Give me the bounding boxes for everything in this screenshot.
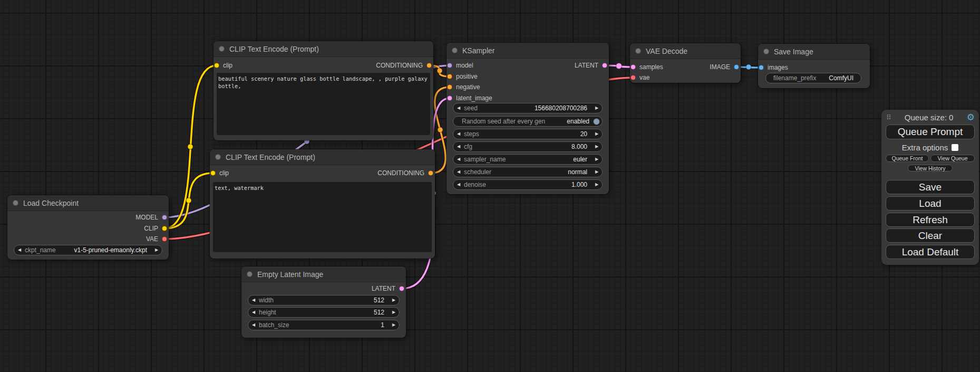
toggle-dot[interactable] bbox=[593, 118, 600, 125]
node-save-image[interactable]: Save Image images filename_prefix ComfyU… bbox=[758, 44, 870, 88]
decrement-arrow-icon[interactable]: ◀ bbox=[453, 103, 464, 113]
port-label: negative bbox=[456, 83, 480, 91]
port-dot-latent-image[interactable] bbox=[447, 96, 452, 101]
link-center-dot-latent-samples[interactable] bbox=[616, 63, 622, 69]
node-clip-text-encode-positive[interactable]: CLIP Text Encode (Prompt) clip CONDITION… bbox=[214, 41, 433, 140]
node-collapse-dot[interactable] bbox=[635, 48, 641, 54]
widget-label: denoise bbox=[464, 181, 486, 188]
view-history-button[interactable]: View History bbox=[908, 165, 953, 171]
increment-arrow-icon[interactable]: ▶ bbox=[389, 307, 399, 318]
node-clip-text-encode-negative[interactable]: CLIP Text Encode (Prompt) clip CONDITION… bbox=[210, 149, 435, 259]
widget-random-seed-toggle[interactable]: Random seed after every gen enabled bbox=[453, 116, 603, 127]
port-dot-latent[interactable] bbox=[399, 286, 404, 291]
port-dot-images[interactable] bbox=[759, 65, 764, 70]
node-collapse-dot[interactable] bbox=[215, 154, 221, 160]
decrement-arrow-icon[interactable]: ◀ bbox=[14, 245, 25, 255]
decrement-arrow-icon[interactable]: ◀ bbox=[453, 141, 464, 152]
node-empty-latent-image[interactable]: Empty Latent Image LATENT ◀ width 512 ▶ … bbox=[241, 266, 406, 338]
link-center-dot-cond-negative[interactable] bbox=[438, 127, 443, 132]
port-dot-negative[interactable] bbox=[447, 84, 452, 90]
queue-front-button[interactable]: Queue Front bbox=[886, 155, 929, 162]
port-dot-samples[interactable] bbox=[630, 64, 636, 70]
node-title-bar[interactable]: KSampler bbox=[447, 43, 609, 59]
node-title-bar[interactable]: Load Checkpoint bbox=[7, 195, 169, 211]
port-dot-conditioning[interactable] bbox=[426, 63, 432, 68]
port-dot-image[interactable] bbox=[734, 64, 739, 70]
node-load-checkpoint[interactable]: Load Checkpoint MODEL CLIP VAE ◀ ckpt_na… bbox=[7, 195, 169, 260]
node-collapse-dot[interactable] bbox=[219, 46, 225, 52]
widget-denoise[interactable]: ◀ denoise 1.000 ▶ bbox=[453, 179, 603, 190]
decrement-arrow-icon[interactable]: ◀ bbox=[248, 320, 259, 330]
prompt-textarea[interactable]: text, watermark bbox=[213, 182, 432, 252]
port-label: IMAGE bbox=[710, 63, 730, 71]
node-title-bar[interactable]: Empty Latent Image bbox=[241, 266, 406, 282]
link-center-dot-cond-positive[interactable] bbox=[437, 68, 442, 73]
port-dot-conditioning[interactable] bbox=[428, 170, 433, 176]
gear-icon[interactable]: ⚙ bbox=[967, 113, 975, 122]
decrement-arrow-icon[interactable]: ◀ bbox=[453, 167, 464, 177]
node-title-bar[interactable]: CLIP Text Encode (Prompt) bbox=[214, 41, 433, 57]
increment-arrow-icon[interactable]: ▶ bbox=[591, 179, 602, 190]
port-label: clip bbox=[223, 62, 232, 69]
increment-arrow-icon[interactable]: ▶ bbox=[591, 141, 602, 152]
clear-button[interactable]: Clear bbox=[886, 228, 975, 243]
widget-height[interactable]: ◀ height 512 ▶ bbox=[248, 307, 400, 318]
view-queue-button[interactable]: View Queue bbox=[930, 155, 975, 162]
widget-seed[interactable]: ◀ seed 156680208700286 ▶ bbox=[453, 103, 603, 113]
load-button[interactable]: Load bbox=[886, 196, 975, 211]
widget-ckpt-name[interactable]: ◀ ckpt_name v1-5-pruned-emaonly.ckpt ▶ bbox=[14, 245, 162, 255]
port-dot-latent[interactable] bbox=[602, 63, 607, 68]
node-canvas[interactable]: Load Checkpoint MODEL CLIP VAE ◀ ckpt_na… bbox=[0, 0, 980, 372]
port-dot-vae[interactable] bbox=[630, 75, 636, 80]
link-center-dot-clip-positive[interactable] bbox=[188, 144, 193, 149]
refresh-button[interactable]: Refresh bbox=[886, 213, 975, 227]
decrement-arrow-icon[interactable]: ◀ bbox=[453, 154, 464, 165]
port-dot-clip[interactable] bbox=[214, 63, 219, 68]
link-center-dot-clip-negative[interactable] bbox=[186, 198, 191, 203]
queue-prompt-button[interactable]: Queue Prompt bbox=[886, 125, 975, 139]
output-port-model: MODEL bbox=[135, 212, 167, 223]
increment-arrow-icon[interactable]: ▶ bbox=[591, 154, 602, 165]
load-default-button[interactable]: Load Default bbox=[886, 245, 975, 259]
node-vae-decode[interactable]: VAE Decode samples vae IMAGE bbox=[630, 43, 741, 83]
increment-arrow-icon[interactable]: ▶ bbox=[389, 295, 399, 306]
node-title-bar[interactable]: CLIP Text Encode (Prompt) bbox=[210, 149, 435, 165]
widget-cfg[interactable]: ◀ cfg 8.000 ▶ bbox=[453, 141, 603, 152]
node-title-bar[interactable]: VAE Decode bbox=[630, 43, 741, 59]
decrement-arrow-icon[interactable]: ◀ bbox=[453, 129, 464, 139]
increment-arrow-icon[interactable]: ▶ bbox=[591, 167, 602, 177]
save-button[interactable]: Save bbox=[886, 180, 975, 194]
drag-handle-icon[interactable]: ⠿ bbox=[886, 113, 891, 121]
node-collapse-dot[interactable] bbox=[13, 200, 18, 206]
port-dot-model[interactable] bbox=[162, 215, 167, 220]
increment-arrow-icon[interactable]: ▶ bbox=[591, 103, 602, 113]
extra-options-checkbox[interactable] bbox=[952, 144, 958, 151]
widget-width[interactable]: ◀ width 512 ▶ bbox=[248, 295, 400, 306]
port-dot-clip[interactable] bbox=[162, 226, 167, 231]
node-collapse-dot[interactable] bbox=[763, 49, 769, 54]
port-dot-clip[interactable] bbox=[210, 170, 216, 176]
link-center-dot-image[interactable] bbox=[746, 64, 751, 70]
port-dot-model[interactable] bbox=[447, 63, 452, 68]
decrement-arrow-icon[interactable]: ◀ bbox=[248, 307, 259, 318]
node-collapse-dot[interactable] bbox=[247, 271, 253, 277]
decrement-arrow-icon[interactable]: ◀ bbox=[248, 295, 259, 306]
increment-arrow-icon[interactable]: ▶ bbox=[591, 129, 602, 139]
increment-arrow-icon[interactable]: ▶ bbox=[151, 245, 162, 255]
widget-scheduler[interactable]: ◀ scheduler normal ▶ bbox=[453, 167, 603, 177]
prompt-textarea[interactable]: beautiful scenery nature glass bottle la… bbox=[217, 73, 430, 135]
node-ksampler[interactable]: KSampler model positive negative latent_… bbox=[447, 43, 609, 194]
widget-filename-prefix[interactable]: filename_prefix ComfyUI bbox=[765, 73, 861, 83]
widget-steps[interactable]: ◀ steps 20 ▶ bbox=[453, 129, 603, 139]
increment-arrow-icon[interactable]: ▶ bbox=[389, 320, 399, 330]
port-dot-vae[interactable] bbox=[162, 236, 167, 242]
decrement-arrow-icon[interactable]: ◀ bbox=[453, 179, 464, 190]
widget-sampler-name[interactable]: ◀ sampler_name euler ▶ bbox=[453, 154, 603, 165]
input-port-model: model bbox=[447, 60, 473, 71]
queue-panel[interactable]: ⠿ Queue size: 0 ⚙ Queue Prompt Extra opt… bbox=[881, 110, 979, 265]
node-title: Empty Latent Image bbox=[257, 270, 323, 279]
port-dot-positive[interactable] bbox=[447, 74, 452, 79]
node-title-bar[interactable]: Save Image bbox=[758, 44, 870, 60]
node-collapse-dot[interactable] bbox=[452, 47, 458, 53]
widget-batch-size[interactable]: ◀ batch_size 1 ▶ bbox=[248, 320, 400, 330]
